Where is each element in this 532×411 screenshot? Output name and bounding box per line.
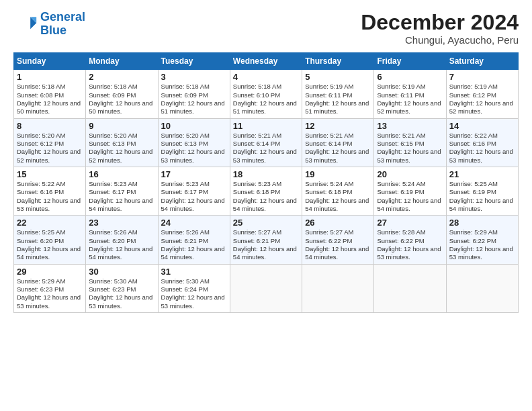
calendar-cell: 23Sunrise: 5:26 AMSunset: 6:20 PMDayligh… bbox=[86, 216, 158, 264]
calendar-cell: 30Sunrise: 5:30 AMSunset: 6:23 PMDayligh… bbox=[86, 264, 158, 312]
day-info-line: Sunrise: 5:21 AM bbox=[233, 132, 299, 140]
day-info-line: Sunset: 6:13 PM bbox=[89, 140, 154, 148]
day-info-line: Sunset: 6:20 PM bbox=[89, 237, 154, 245]
day-info-line: Daylight: 12 hours and 54 minutes. bbox=[377, 197, 443, 214]
day-info-line: Daylight: 12 hours and 53 minutes. bbox=[377, 148, 443, 165]
day-number: 12 bbox=[305, 121, 371, 131]
day-number: 31 bbox=[161, 267, 227, 277]
day-info-line: Daylight: 12 hours and 53 minutes. bbox=[161, 293, 227, 310]
day-info-line: Sunset: 6:11 PM bbox=[305, 91, 371, 99]
day-number: 20 bbox=[377, 169, 443, 179]
day-info-line: Daylight: 12 hours and 53 minutes. bbox=[449, 148, 515, 165]
day-number: 11 bbox=[233, 121, 299, 131]
calendar-cell: 26Sunrise: 5:27 AMSunset: 6:22 PMDayligh… bbox=[302, 216, 374, 264]
calendar-cell: 9Sunrise: 5:20 AMSunset: 6:13 PMDaylight… bbox=[86, 118, 158, 167]
day-info-line: Daylight: 12 hours and 50 minutes. bbox=[17, 99, 83, 116]
day-number: 25 bbox=[233, 218, 299, 228]
day-info-line: Daylight: 12 hours and 54 minutes. bbox=[449, 197, 515, 214]
calendar-week-row: 22Sunrise: 5:25 AMSunset: 6:20 PMDayligh… bbox=[14, 216, 519, 264]
day-info-line: Sunrise: 5:19 AM bbox=[305, 83, 371, 91]
day-number: 19 bbox=[305, 169, 371, 179]
calendar-cell: 22Sunrise: 5:25 AMSunset: 6:20 PMDayligh… bbox=[14, 216, 86, 264]
calendar-cell: 27Sunrise: 5:28 AMSunset: 6:22 PMDayligh… bbox=[374, 216, 446, 264]
day-info-line: Daylight: 12 hours and 53 minutes. bbox=[17, 293, 83, 310]
day-number: 3 bbox=[161, 72, 227, 82]
day-info-line: Sunrise: 5:29 AM bbox=[17, 277, 83, 285]
day-info-line: Sunset: 6:18 PM bbox=[305, 188, 371, 196]
day-number: 16 bbox=[89, 169, 154, 179]
calendar-cell: 7Sunrise: 5:19 AMSunset: 6:12 PMDaylight… bbox=[446, 70, 518, 118]
day-info-line: Daylight: 12 hours and 52 minutes. bbox=[449, 99, 515, 116]
day-info-line: Sunset: 6:17 PM bbox=[161, 188, 227, 196]
day-info-line: Sunrise: 5:20 AM bbox=[17, 132, 83, 140]
day-info-line: Daylight: 12 hours and 54 minutes. bbox=[305, 197, 371, 214]
day-info-line: Daylight: 12 hours and 50 minutes. bbox=[89, 99, 154, 116]
day-info-line: Daylight: 12 hours and 54 minutes. bbox=[233, 197, 299, 214]
day-info-line: Sunset: 6:11 PM bbox=[377, 91, 443, 99]
day-info-line: Daylight: 12 hours and 54 minutes. bbox=[161, 197, 227, 214]
day-info-line: Sunrise: 5:21 AM bbox=[305, 132, 371, 140]
header-day-saturday: Saturday bbox=[446, 53, 518, 70]
day-number: 8 bbox=[17, 121, 83, 131]
day-info-line: Sunrise: 5:18 AM bbox=[161, 83, 227, 91]
calendar-cell: 11Sunrise: 5:21 AMSunset: 6:14 PMDayligh… bbox=[230, 118, 302, 167]
calendar-week-row: 15Sunrise: 5:22 AMSunset: 6:16 PMDayligh… bbox=[14, 167, 519, 215]
logo-icon bbox=[13, 12, 38, 36]
page-container: General Blue December 2024 Chungui, Ayac… bbox=[0, 0, 532, 320]
calendar-cell: 12Sunrise: 5:21 AMSunset: 6:14 PMDayligh… bbox=[302, 118, 374, 167]
calendar-cell: 5Sunrise: 5:19 AMSunset: 6:11 PMDaylight… bbox=[302, 70, 374, 118]
day-info-line: Sunrise: 5:24 AM bbox=[377, 180, 443, 188]
day-number: 15 bbox=[17, 169, 83, 179]
day-number: 9 bbox=[89, 121, 154, 131]
day-info-line: Daylight: 12 hours and 53 minutes. bbox=[449, 245, 515, 262]
day-info-line: Sunset: 6:14 PM bbox=[305, 140, 371, 148]
calendar-week-row: 29Sunrise: 5:29 AMSunset: 6:23 PMDayligh… bbox=[14, 264, 519, 312]
day-info-line: Sunrise: 5:26 AM bbox=[89, 228, 154, 236]
day-number: 10 bbox=[161, 121, 227, 131]
day-info-line: Sunset: 6:19 PM bbox=[377, 188, 443, 196]
day-info-line: Daylight: 12 hours and 53 minutes. bbox=[377, 245, 443, 262]
day-info-line: Sunrise: 5:30 AM bbox=[89, 277, 154, 285]
day-info-line: Daylight: 12 hours and 53 minutes. bbox=[233, 148, 299, 165]
day-number: 14 bbox=[449, 121, 515, 131]
day-info-line: Daylight: 12 hours and 53 minutes. bbox=[17, 197, 83, 214]
day-info-line: Daylight: 12 hours and 52 minutes. bbox=[89, 148, 154, 165]
day-info-line: Daylight: 12 hours and 53 minutes. bbox=[305, 148, 371, 165]
logo-line1: General bbox=[40, 10, 85, 24]
day-info-line: Daylight: 12 hours and 54 minutes. bbox=[17, 245, 83, 262]
day-info-line: Sunrise: 5:23 AM bbox=[161, 180, 227, 188]
header-day-sunday: Sunday bbox=[14, 53, 86, 70]
day-info-line: Sunset: 6:16 PM bbox=[449, 140, 515, 148]
day-info-line: Sunset: 6:22 PM bbox=[377, 237, 443, 245]
day-number: 7 bbox=[449, 72, 515, 82]
day-info-line: Daylight: 12 hours and 54 minutes. bbox=[161, 245, 227, 262]
calendar-table: SundayMondayTuesdayWednesdayThursdayFrid… bbox=[13, 52, 519, 313]
day-info-line: Sunset: 6:18 PM bbox=[233, 188, 299, 196]
calendar-header-row: SundayMondayTuesdayWednesdayThursdayFrid… bbox=[14, 53, 519, 70]
calendar-cell: 25Sunrise: 5:27 AMSunset: 6:21 PMDayligh… bbox=[230, 216, 302, 264]
header-day-thursday: Thursday bbox=[302, 53, 374, 70]
day-number: 17 bbox=[161, 169, 227, 179]
day-number: 28 bbox=[449, 218, 515, 228]
day-info-line: Sunset: 6:10 PM bbox=[233, 91, 299, 99]
day-number: 29 bbox=[17, 267, 83, 277]
day-info-line: Sunset: 6:15 PM bbox=[377, 140, 443, 148]
day-info-line: Sunset: 6:23 PM bbox=[17, 285, 83, 293]
day-info-line: Daylight: 12 hours and 51 minutes. bbox=[161, 99, 227, 116]
day-info-line: Sunrise: 5:21 AM bbox=[377, 132, 443, 140]
location-subtitle: Chungui, Ayacucho, Peru bbox=[361, 34, 519, 46]
day-info-line: Sunrise: 5:25 AM bbox=[449, 180, 515, 188]
day-info-line: Daylight: 12 hours and 53 minutes. bbox=[89, 293, 154, 310]
logo-line2: Blue bbox=[40, 24, 66, 37]
day-info-line: Daylight: 12 hours and 54 minutes. bbox=[89, 197, 154, 214]
day-number: 5 bbox=[305, 72, 371, 82]
calendar-cell bbox=[230, 264, 302, 312]
day-info-line: Sunset: 6:22 PM bbox=[449, 237, 515, 245]
day-number: 2 bbox=[89, 72, 154, 82]
day-info-line: Sunset: 6:13 PM bbox=[161, 140, 227, 148]
day-info-line: Sunrise: 5:30 AM bbox=[161, 277, 227, 285]
calendar-cell: 13Sunrise: 5:21 AMSunset: 6:15 PMDayligh… bbox=[374, 118, 446, 167]
day-number: 22 bbox=[17, 218, 83, 228]
calendar-cell: 10Sunrise: 5:20 AMSunset: 6:13 PMDayligh… bbox=[158, 118, 230, 167]
day-info-line: Sunset: 6:14 PM bbox=[233, 140, 299, 148]
